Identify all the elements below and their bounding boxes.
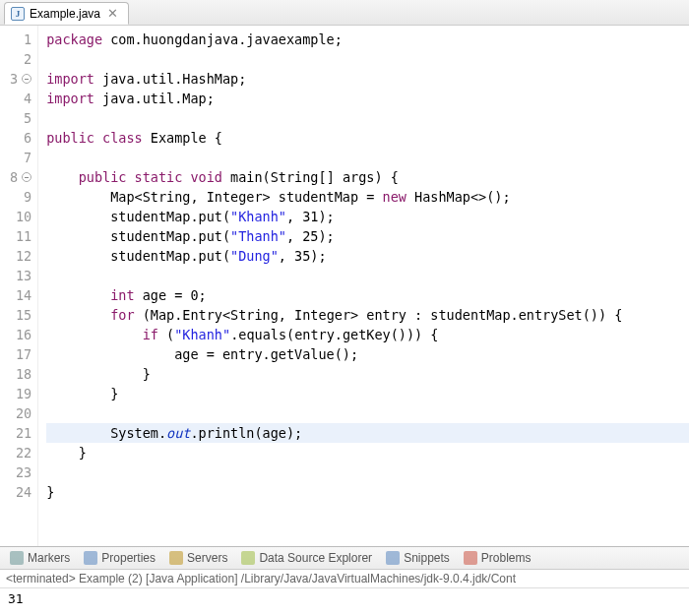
editor-tab-bar: J Example.java ✕	[0, 0, 689, 26]
servers-icon	[169, 551, 183, 565]
code-line[interactable]	[46, 108, 689, 128]
code-line[interactable]: studentMap.put("Thanh", 25);	[46, 226, 689, 246]
code-line[interactable]: age = entry.getValue();	[46, 344, 689, 364]
view-tab-markers[interactable]: Markers	[10, 551, 70, 565]
line-number: 5	[10, 108, 31, 128]
view-tab-label: Servers	[187, 551, 227, 565]
code-line[interactable]	[46, 49, 689, 69]
code-line[interactable]: package com.huongdanjava.javaexample;	[46, 30, 689, 49]
line-number: 22	[10, 443, 31, 462]
view-tab-label: Snippets	[404, 551, 450, 565]
line-number: 3	[10, 69, 31, 89]
problems-icon	[464, 551, 477, 565]
line-number: 23	[10, 462, 31, 482]
code-line[interactable]: int age = 0;	[46, 285, 689, 305]
code-line[interactable]: studentMap.put("Khanh", 31);	[46, 207, 689, 226]
line-number: 9	[10, 187, 31, 207]
line-number: 17	[10, 344, 31, 364]
fold-toggle-icon[interactable]	[22, 172, 31, 182]
snippets-icon	[386, 551, 400, 565]
line-number: 8	[10, 167, 31, 187]
line-number: 11	[10, 226, 31, 246]
console-status: <terminated> Example (2) [Java Applicati…	[0, 570, 689, 588]
line-number: 6	[10, 128, 31, 148]
code-line[interactable]: public class Example {	[46, 128, 689, 148]
code-line[interactable]	[46, 266, 689, 285]
line-number-gutter: 123456789101112131415161718192021222324	[0, 26, 38, 546]
line-number: 13	[10, 266, 31, 285]
code-line[interactable]: studentMap.put("Dung", 35);	[46, 246, 689, 266]
line-number: 15	[10, 305, 31, 325]
properties-icon	[84, 551, 97, 565]
view-tab-snippets[interactable]: Snippets	[386, 551, 450, 565]
line-number: 10	[10, 207, 31, 226]
view-tab-servers[interactable]: Servers	[169, 551, 227, 565]
tab-filename: Example.java	[30, 7, 100, 21]
views-tab-bar: MarkersPropertiesServersData Source Expl…	[0, 547, 689, 570]
line-number: 2	[10, 49, 31, 69]
code-line[interactable]	[46, 148, 689, 167]
java-file-icon: J	[11, 7, 25, 21]
code-line[interactable]: }	[46, 443, 689, 462]
code-line[interactable]: import java.util.HashMap;	[46, 69, 689, 89]
line-number: 18	[10, 364, 31, 384]
line-number: 14	[10, 285, 31, 305]
code-line[interactable]: Map<String, Integer> studentMap = new Ha…	[46, 187, 689, 207]
close-icon[interactable]: ✕	[105, 6, 118, 21]
fold-toggle-icon[interactable]	[22, 74, 31, 84]
line-number: 4	[10, 89, 31, 108]
view-tab-properties[interactable]: Properties	[84, 551, 156, 565]
data-source-explorer-icon	[241, 551, 255, 565]
line-number: 20	[10, 403, 31, 423]
code-line[interactable]: public static void main(String[] args) {	[46, 167, 689, 187]
view-tab-data-source-explorer[interactable]: Data Source Explorer	[241, 551, 372, 565]
view-tab-label: Data Source Explorer	[259, 551, 372, 565]
view-tab-label: Markers	[28, 551, 70, 565]
code-line[interactable]: import java.util.Map;	[46, 89, 689, 108]
code-line[interactable]: System.out.println(age);	[46, 423, 689, 443]
line-number: 19	[10, 384, 31, 403]
line-number: 7	[10, 148, 31, 167]
line-number: 16	[10, 325, 31, 344]
code-editor[interactable]: 123456789101112131415161718192021222324 …	[0, 26, 689, 547]
line-number: 12	[10, 246, 31, 266]
code-line[interactable]	[46, 462, 689, 482]
editor-tab[interactable]: J Example.java ✕	[4, 2, 129, 25]
view-tab-label: Properties	[101, 551, 156, 565]
code-line[interactable]: if ("Khanh".equals(entry.getKey())) {	[46, 325, 689, 344]
code-area[interactable]: package com.huongdanjava.javaexample;imp…	[38, 26, 689, 546]
code-line[interactable]	[46, 403, 689, 423]
code-line[interactable]: }	[46, 482, 689, 502]
code-line[interactable]: }	[46, 364, 689, 384]
view-tab-problems[interactable]: Problems	[464, 551, 532, 565]
line-number: 1	[10, 30, 31, 49]
console-output: 31	[0, 588, 689, 616]
line-number: 24	[10, 482, 31, 502]
code-line[interactable]: for (Map.Entry<String, Integer> entry : …	[46, 305, 689, 325]
markers-icon	[10, 551, 24, 565]
line-number: 21	[10, 423, 31, 443]
code-line[interactable]: }	[46, 384, 689, 403]
view-tab-label: Problems	[481, 551, 532, 565]
